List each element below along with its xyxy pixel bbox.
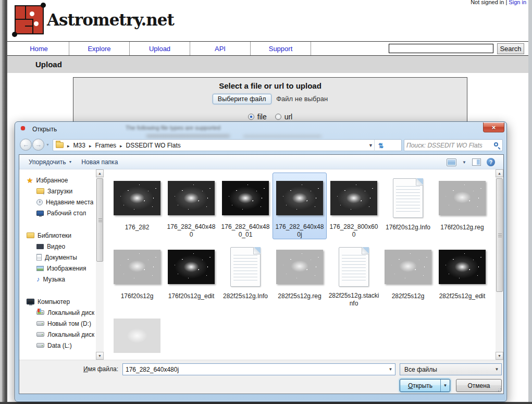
file-name: 282f25s12g.Info: [222, 292, 269, 300]
sidebar-item[interactable]: Новый том (D:): [19, 318, 96, 329]
command-bar: Упорядочить▼ Новая папка ▼ ?: [19, 155, 503, 169]
sidebar-section[interactable]: Библиотеки: [19, 230, 96, 241]
sidebar-item[interactable]: Локальный диск: [19, 307, 96, 318]
file-item[interactable]: 176_282_640x480: [164, 173, 218, 239]
file-item[interactable]: 176f20s12g.Info: [381, 173, 435, 239]
file-name: 282f25s12g: [391, 292, 426, 300]
scroll-up-icon[interactable]: ▲: [96, 169, 104, 177]
scroll-up-icon[interactable]: ▲: [496, 169, 503, 177]
refresh-icon: ⇄: [377, 143, 385, 149]
scroll-down-icon[interactable]: ▼: [496, 352, 503, 360]
background-blur-bar: [146, 134, 230, 138]
breadcrumb-item[interactable]: DSSEDIT WO Flats: [116, 142, 181, 149]
address-row: ← → ▼ M33FramesDSSEDIT WO Flats ▼ ⇄: [15, 138, 506, 152]
preview-pane-icon[interactable]: [472, 158, 481, 166]
recent-pages-icon[interactable]: ▼: [46, 143, 50, 146]
filename-dropdown-icon[interactable]: ▼: [386, 364, 395, 375]
nav-item-support[interactable]: Support: [251, 42, 311, 55]
desktop-icon: [36, 211, 44, 216]
signin-link[interactable]: Sign in: [509, 0, 526, 5]
opera-icon: [21, 126, 25, 130]
image-thumbnail: [276, 250, 323, 284]
file-item[interactable]: 282f25s12g.reg: [273, 241, 327, 308]
sidebar-section[interactable]: ★Избранное: [19, 175, 96, 186]
sidebar-item[interactable]: Изображения: [19, 263, 96, 274]
back-button[interactable]: ←: [20, 139, 32, 151]
file-scroll-thumb[interactable]: [496, 178, 503, 292]
file-name: 282f25s12g_edit: [438, 292, 487, 300]
choose-file-button[interactable]: Выберите файл: [213, 94, 271, 104]
refresh-button[interactable]: ⇄: [374, 140, 388, 152]
browse-content: ★ИзбранноеЗагрузкиНедавние местаРабочий …: [19, 169, 503, 360]
forward-button[interactable]: →: [32, 139, 44, 151]
resize-grip[interactable]: [496, 386, 501, 391]
file-item[interactable]: 282f25s12g_edit: [435, 241, 489, 308]
site-logo[interactable]: Astrometry.net: [15, 3, 174, 36]
file-item[interactable]: 176_282: [110, 173, 164, 239]
dialog-titlebar[interactable]: Открыть The following file types are sup…: [15, 122, 506, 138]
organize-menu[interactable]: Упорядочить▼: [29, 158, 72, 166]
cancel-button[interactable]: Отмена: [456, 379, 502, 392]
sidebar-item[interactable]: Локальный диск: [19, 329, 96, 340]
sidebar-item[interactable]: Data (L:): [19, 340, 96, 351]
radio-file[interactable]: [248, 114, 254, 120]
file-item[interactable]: 176f20s12g: [110, 241, 164, 308]
sidebar-scroll-thumb[interactable]: [96, 178, 103, 262]
file-item[interactable]: 176_282_640x480_01: [218, 173, 273, 239]
help-icon[interactable]: ?: [487, 158, 495, 166]
site-search-button[interactable]: Search: [497, 43, 524, 54]
image-thumbnail: [439, 250, 486, 284]
radio-url[interactable]: [275, 114, 281, 120]
views-dropdown-icon[interactable]: ▼: [462, 160, 466, 165]
breadcrumb-item[interactable]: Frames: [85, 142, 116, 149]
file-list-scrollbar[interactable]: ▲ ▼: [496, 169, 503, 360]
open-split-arrow-icon[interactable]: ▼: [440, 379, 450, 391]
scroll-down-icon[interactable]: ▼: [96, 352, 104, 360]
site-search-input[interactable]: [389, 44, 493, 53]
file-item[interactable]: 176_282_640x480j: [273, 173, 327, 239]
filename-input[interactable]: [126, 365, 381, 374]
file-item[interactable]: 176f20s12g.reg: [435, 173, 489, 239]
dialog-search-box[interactable]: [404, 139, 503, 151]
form-heading: Select a file or url to upload: [73, 81, 467, 90]
signin-area: Not signed in | Sign in: [471, 0, 526, 5]
file-name: 176_282: [124, 223, 151, 231]
system-drive-icon: [36, 310, 44, 315]
open-button[interactable]: Открыть ▼: [400, 379, 450, 392]
close-button[interactable]: ×: [483, 123, 504, 132]
nav-item-home[interactable]: Home: [9, 42, 69, 55]
filetype-select[interactable]: Все файлы ▼: [400, 363, 502, 375]
new-folder-button[interactable]: Новая папка: [81, 158, 118, 166]
astrometry-logo-icon: [15, 5, 44, 34]
file-name: 176_282_640x480: [165, 223, 218, 239]
dialog-title: Открыть: [32, 126, 57, 133]
nav-item-api[interactable]: API: [190, 42, 251, 55]
sidebar-item[interactable]: Документы: [19, 252, 96, 263]
sidebar-item[interactable]: Недавние места: [19, 197, 96, 207]
file-item[interactable]: 282f25s12g.Info: [218, 241, 273, 308]
breadcrumb-bar[interactable]: M33FramesDSSEDIT WO Flats ▼ ⇄: [53, 139, 402, 151]
file-name: 176f20s12g: [120, 292, 155, 300]
sidebar-scrollbar[interactable]: ▲ ▼: [96, 169, 104, 360]
close-icon: ×: [492, 124, 496, 131]
file-item[interactable]: 176f20s12g_edit: [164, 241, 218, 308]
sidebar-item[interactable]: Видео: [19, 241, 96, 252]
breadcrumb-dropdown-icon[interactable]: ▼: [368, 143, 373, 148]
image-thumbnail: [330, 181, 377, 215]
dialog-search-input[interactable]: [406, 141, 489, 150]
image-thumbnail: [168, 181, 215, 215]
nav-item-upload[interactable]: Upload: [130, 42, 190, 55]
nav-item-explore[interactable]: Explore: [69, 42, 130, 55]
drive-icon: [36, 332, 44, 337]
file-item[interactable]: 176_282_800x600: [327, 173, 381, 239]
views-icon[interactable]: [447, 158, 456, 166]
sidebar-item[interactable]: ♪Музыка: [19, 274, 96, 285]
sidebar-item[interactable]: Загрузки: [19, 186, 96, 197]
file-item[interactable]: 282f25s12g.stackinfo: [327, 241, 381, 308]
sidebar-item[interactable]: Рабочий стол: [19, 207, 96, 218]
file-item[interactable]: [110, 310, 164, 360]
breadcrumb-item[interactable]: M33: [64, 142, 85, 149]
file-item[interactable]: 282f25s12g: [381, 241, 435, 308]
sidebar-section[interactable]: Компьютер: [19, 296, 96, 307]
drive-icon: [36, 321, 44, 326]
